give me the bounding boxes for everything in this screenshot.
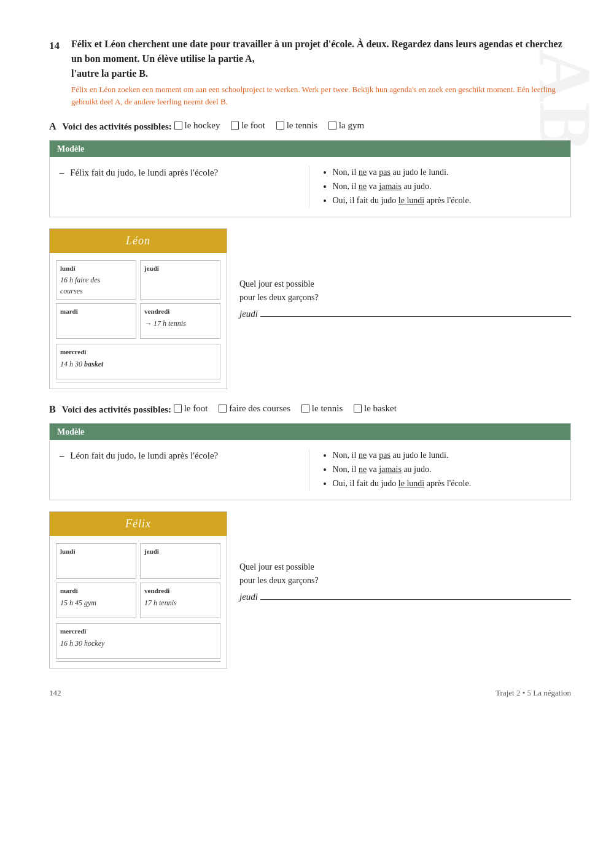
modele-a-body: – Félix fait du judo, le lundi après l'é… [50,157,570,217]
quel-jour-b-answer-line: jeudi [239,589,571,604]
leon-mercredi-label: mercredi [60,347,216,357]
answer-underline-a [260,316,571,317]
modele-a-container: Modèle – Félix fait du judo, le lundi ap… [49,140,571,217]
modele-b-answer-list: Non, il ne va pas au judo le lundi. Non,… [322,449,561,490]
felix-jeudi-label: jeudi [144,546,216,557]
activity-gym: la gym [328,118,364,133]
section-a-activities: Voici des activités possibles: le hockey… [63,118,373,133]
modele-b-question: – Léon fait du judo, le lundi après l'éc… [60,449,309,491]
quel-jour-b: Quel jour est possiblepour les deux garç… [239,511,571,604]
section-b-activities: Voici des activités possibles: le foot f… [62,401,405,416]
felix-vendredi-entry: 17 h tennis [144,599,177,607]
modele-a-answer-list: Non, il ne va pas au judo le lundi. Non,… [322,166,561,207]
activity-tennis: le tennis [276,118,317,133]
agenda-leon-vendredi: vendredi → 17 h tennis [140,303,220,339]
section-a-label: A Voici des activités possibles: le hock… [49,118,571,134]
quel-jour-a-answer: jeudi [239,306,258,321]
modele-a-header: Modèle [50,141,570,157]
section-b-label: B Voici des activités possibles: le foot… [49,401,571,417]
leon-lundi-entry: 16 h faire descourses [60,276,100,295]
b-checkbox-courses [219,405,227,413]
dash-icon: – [60,168,64,177]
quel-jour-b-question: Quel jour est possiblepour les deux garç… [239,560,571,588]
b-activity-courses: faire des courses [219,401,290,416]
agenda-felix-vendredi: vendredi 17 h tennis [140,583,220,618]
agenda-leon-bottom-line [56,382,220,382]
agenda-leon-area: Léon lundi 16 h faire descourses jeudi m… [49,228,571,390]
agenda-leon-lundi: lundi 16 h faire descourses [56,260,136,300]
question-subtitle: Félix en Léon zoeken een moment om aan e… [71,83,571,107]
modele-a-answer-1: Non, il ne va pas au judo le lundi. [333,166,561,179]
answer-underline-b [260,599,571,600]
checkbox-gym [328,122,336,130]
agenda-leon-card: Léon lundi 16 h faire descourses jeudi m… [49,228,227,390]
quel-jour-a-answer-line: jeudi [239,306,571,321]
leon-mardi-label: mardi [60,306,132,317]
question-title: Félix et Léon cherchent une date pour tr… [71,37,571,81]
modele-b-answer-2: Non, il ne va jamais au judo. [333,463,561,476]
agenda-leon-mardi: mardi [56,303,136,339]
b-checkbox-foot [174,405,182,413]
modele-a-answer-2: Non, il ne va jamais au judo. [333,180,561,193]
agenda-leon-jeudi: jeudi [140,260,220,300]
agenda-felix-bottom-line [56,661,220,662]
leon-jeudi-label: jeudi [144,263,216,274]
felix-mardi-entry: 15 h 45 gym [60,599,96,607]
modele-b-body: – Léon fait du judo, le lundi après l'éc… [50,440,570,500]
page-footer: 142 Trajet 2 • 5 La négation [49,687,571,699]
agenda-leon-title: Léon [50,229,227,253]
felix-mercredi-label: mercredi [60,626,216,637]
quel-jour-b-answer: jeudi [239,589,258,604]
modele-b-container: Modèle – Léon fait du judo, le lundi apr… [49,423,571,500]
modele-a-answers: Non, il ne va pas au judo le lundi. Non,… [309,166,561,208]
agenda-felix-grid: lundi jeudi mardi 15 h 45 gym vendredi 1… [50,538,227,623]
question-text: Félix et Léon cherchent une date pour tr… [71,37,571,107]
activity-hockey: le hockey [174,118,220,133]
checkbox-foot [231,122,239,130]
b-checkbox-basket [354,405,362,413]
modele-b-header: Modèle [50,424,570,440]
leon-mercredi-entry: 14 h 30 basket [60,360,103,368]
agenda-felix-title: Félix [50,512,227,536]
page-number: 142 [49,687,61,699]
agenda-felix-mercredi: mercredi 16 h 30 hockey [56,623,220,659]
b-checkbox-tennis [301,405,309,413]
section-b-letter: B [49,402,56,417]
question-block: 14 Félix et Léon cherchent une date pour… [49,37,571,107]
agenda-felix-jeudi: jeudi [140,543,220,579]
b-activity-tennis: le tennis [301,401,343,416]
agenda-felix-mercredi-wrap: mercredi 16 h 30 hockey [50,623,227,659]
felix-vendredi-label: vendredi [144,586,216,596]
quel-jour-a: Quel jour est possiblepour les deux garç… [239,228,571,321]
leon-vendredi-label: vendredi [144,306,216,317]
felix-lundi-label: lundi [60,546,132,557]
agenda-felix-area: Félix lundi jeudi mardi 15 h 45 gym vend… [49,511,571,668]
b-activity-basket: le basket [354,401,397,416]
section-a-heading: Voici des activités possibles: [63,122,172,131]
modele-b-answer-1: Non, il ne va pas au judo le lundi. [333,449,561,462]
agenda-felix-card: Félix lundi jeudi mardi 15 h 45 gym vend… [49,511,227,668]
modele-b-answers: Non, il ne va pas au judo le lundi. Non,… [309,449,561,491]
footer-text: Trajet 2 • 5 La négation [495,687,571,699]
leon-lundi-label: lundi [60,263,132,274]
leon-vendredi-entry: → 17 h tennis [144,319,186,328]
modele-a-question-text: Félix fait du judo, le lundi après l'éco… [70,168,218,177]
b-dash-icon: – [60,451,64,460]
modele-a-question: – Félix fait du judo, le lundi après l'é… [60,166,309,208]
checkbox-tennis [276,122,284,130]
question-number: 14 [49,37,71,54]
agenda-felix-lundi: lundi [56,543,136,579]
activity-foot: le foot [231,118,265,133]
section-a-letter: A [49,119,56,134]
checkbox-hockey [174,122,182,130]
agenda-leon-mercredi: mercredi 14 h 30 basket [56,344,220,379]
modele-b-question-text: Léon fait du judo, le lundi après l'écol… [70,451,218,460]
quel-jour-a-question: Quel jour est possiblepour les deux garç… [239,277,571,305]
felix-mardi-label: mardi [60,586,132,596]
agenda-leon-grid: lundi 16 h faire descourses jeudi mardi … [50,255,227,344]
agenda-felix-mardi: mardi 15 h 45 gym [56,583,136,618]
b-activity-foot: le foot [174,401,208,416]
modele-b-answer-3: Oui, il fait du judo le lundi après l'éc… [333,477,561,490]
agenda-leon-mercredi-wrap: mercredi 14 h 30 basket [50,344,227,379]
watermark: AB [528,49,602,152]
